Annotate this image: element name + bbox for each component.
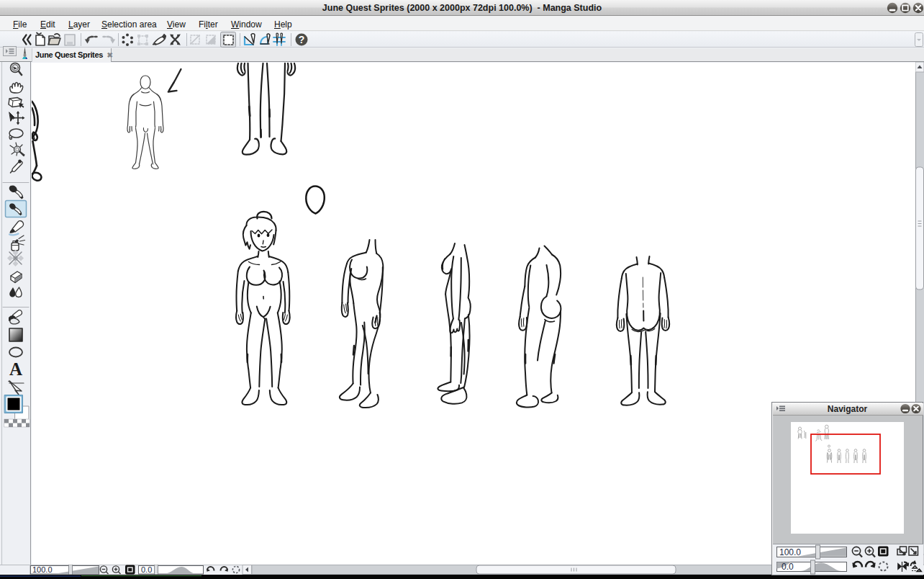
svg-text:A: A [9,359,22,379]
svg-text:?: ? [299,34,305,45]
svg-text:0.0: 0.0 [782,562,794,572]
svg-text:100.0: 100.0 [779,547,801,557]
svg-text:0.0: 0.0 [141,565,152,574]
svg-text:100.0: 100.0 [32,565,53,574]
